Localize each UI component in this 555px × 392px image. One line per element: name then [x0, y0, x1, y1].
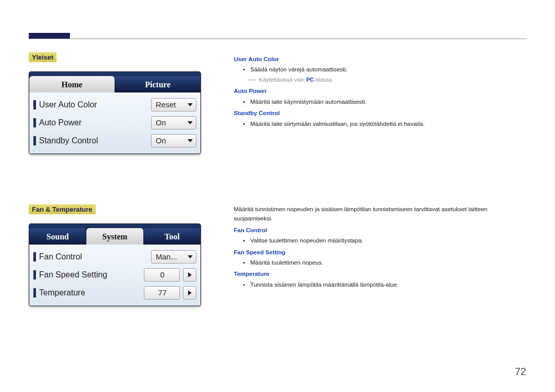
dropdown-value: On — [156, 136, 166, 145]
tab-home[interactable]: Home — [29, 76, 115, 92]
header-divider — [29, 39, 526, 39]
desc-intro: Määritä tunnistimen nopeuden ja sisäisen… — [234, 204, 522, 223]
dropdown-value: Reset — [156, 100, 176, 109]
desc-bullet: Valitse tuulettimen nopeuden määritystap… — [234, 236, 522, 245]
row-user-auto-color: User Auto Color Reset — [33, 96, 196, 114]
label-auto-power: Auto Power — [39, 118, 151, 127]
note-dash-icon — [248, 80, 255, 80]
triangle-right-icon — [188, 290, 192, 295]
spinner-value: 0 — [160, 270, 164, 279]
desc-bullet: Säädä näytön värejä automaattisesti. — [234, 65, 522, 74]
desc-title-user-auto-color: User Auto Color — [234, 54, 522, 64]
label-standby-control: Standby Control — [39, 136, 151, 145]
spinner-fan-speed-value[interactable]: 0 — [144, 268, 180, 282]
section-yleiset: Yleiset Home Picture User Auto Color Res… — [29, 52, 203, 154]
desc-title-auto-power: Auto Power — [234, 86, 522, 96]
desc-bullet: Tunnista sisäinen lämpötila määrittämäll… — [234, 280, 522, 289]
triangle-right-icon — [188, 272, 192, 277]
desc-note: Käytettävissä vain PC-tilassa. — [234, 76, 522, 85]
dropdown-value: On — [156, 118, 166, 127]
heading-fan-temperature: Fan & Temperature — [29, 204, 96, 214]
panel-yleiset: Home Picture User Auto Color Reset Auto … — [29, 71, 201, 154]
spinner-increment-button[interactable] — [183, 268, 196, 282]
row-marker — [33, 270, 36, 279]
label-user-auto-color: User Auto Color — [39, 100, 151, 109]
row-marker — [33, 252, 36, 262]
section-fan-temperature: Fan & Temperature Sound System Tool Fan … — [29, 204, 203, 306]
page-number: 72 — [515, 366, 526, 378]
spinner-increment-button[interactable] — [183, 286, 196, 300]
chevron-down-icon — [188, 103, 193, 106]
row-marker — [33, 118, 36, 127]
row-fan-control: Fan Control Man... — [33, 248, 196, 266]
description-fan-temperature: Määritä tunnistimen nopeuden ja sisäisen… — [234, 204, 522, 290]
tab-sound[interactable]: Sound — [29, 228, 86, 245]
row-auto-power: Auto Power On — [33, 114, 196, 132]
panel-body-yleiset: User Auto Color Reset Auto Power On Stan… — [29, 92, 200, 154]
row-fan-speed-setting: Fan Speed Setting 0 — [33, 266, 196, 284]
desc-title-temperature: Temperature — [234, 269, 522, 278]
desc-bullet: Määritä laite siirtymään valmiustilaan, … — [234, 119, 522, 128]
desc-title-fan-speed-setting: Fan Speed Setting — [234, 248, 522, 257]
spinner-temperature-value[interactable]: 77 — [144, 286, 180, 300]
heading-yleiset: Yleiset — [29, 52, 57, 62]
desc-title-standby-control: Standby Control — [234, 108, 522, 118]
dropdown-user-auto-color[interactable]: Reset — [151, 98, 196, 111]
row-marker — [33, 288, 36, 297]
chevron-down-icon — [188, 255, 193, 258]
row-marker — [33, 136, 36, 145]
panel-fan-temperature: Sound System Tool Fan Control Man... Fan… — [29, 223, 201, 306]
desc-bullet: Määritä laite käynnistymään automaattise… — [234, 97, 522, 106]
row-standby-control: Standby Control On — [33, 132, 196, 150]
row-temperature: Temperature 77 — [33, 284, 196, 302]
dropdown-value: Man... — [156, 252, 177, 261]
row-marker — [33, 100, 36, 109]
spinner-value: 77 — [158, 288, 167, 297]
tab-picture[interactable]: Picture — [115, 76, 200, 92]
tab-system[interactable]: System — [86, 228, 143, 245]
tabs-yleiset: Home Picture — [29, 72, 200, 92]
chevron-down-icon — [188, 121, 193, 124]
label-fan-speed-setting: Fan Speed Setting — [39, 270, 144, 279]
tab-tool[interactable]: Tool — [144, 228, 200, 245]
dropdown-fan-control[interactable]: Man... — [151, 250, 196, 264]
dropdown-auto-power[interactable]: On — [151, 116, 196, 129]
panel-body-fan-temperature: Fan Control Man... Fan Speed Setting 0 T… — [29, 245, 200, 306]
label-temperature: Temperature — [39, 288, 144, 297]
chevron-down-icon — [188, 139, 193, 142]
desc-bullet: Määritä tuulettimen nopeus. — [234, 258, 522, 267]
tabs-fan-temperature: Sound System Tool — [29, 224, 200, 245]
dropdown-standby-control[interactable]: On — [151, 134, 196, 147]
label-fan-control: Fan Control — [39, 252, 151, 262]
desc-title-fan-control: Fan Control — [234, 226, 522, 235]
description-yleiset: User Auto Color Säädä näytön värejä auto… — [234, 52, 522, 129]
